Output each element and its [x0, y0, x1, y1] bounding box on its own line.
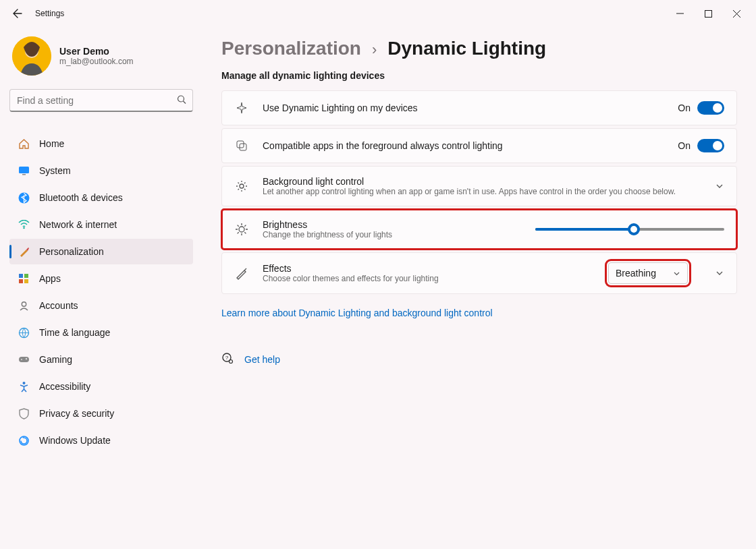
- nav-label: Time & language: [39, 327, 110, 338]
- breadcrumb: Personalization › Dynamic Lighting: [221, 38, 737, 59]
- monitor-icon: [18, 165, 30, 177]
- nav-label: Network & internet: [39, 219, 117, 230]
- svg-point-19: [22, 382, 25, 384]
- nav-label: Personalization: [39, 246, 104, 257]
- nav-accessibility[interactable]: Accessibility: [9, 374, 193, 399]
- card-description: Change the brightness of your lights: [263, 230, 398, 239]
- toggle-state-label: On: [678, 140, 691, 151]
- card-description: Choose color themes and effects for your…: [263, 274, 595, 283]
- globe-clock-icon: [18, 326, 30, 339]
- nav-label: Accessibility: [39, 381, 90, 392]
- toggle-switch[interactable]: [697, 101, 724, 115]
- svg-rect-7: [22, 174, 26, 175]
- shield-icon: [18, 407, 30, 420]
- chevron-down-icon: [673, 270, 680, 277]
- slider-thumb[interactable]: [628, 223, 640, 235]
- chevron-down-icon: [715, 181, 724, 191]
- app-title: Settings: [35, 9, 64, 18]
- svg-rect-6: [19, 167, 29, 173]
- nav-time[interactable]: Time & language: [9, 320, 193, 345]
- svg-text:?: ?: [225, 355, 229, 361]
- user-email: m_lab@outlook.com: [59, 57, 134, 66]
- nav-personalization[interactable]: Personalization: [9, 239, 193, 264]
- card-title: Brightness: [263, 219, 398, 230]
- search-input[interactable]: [9, 89, 193, 112]
- learn-more-link[interactable]: Learn more about Dynamic Lighting and ba…: [221, 308, 493, 318]
- svg-point-14: [22, 301, 26, 306]
- get-help-link[interactable]: Get help: [244, 354, 280, 365]
- card-foreground-apps-toggle[interactable]: Compatible apps in the foreground always…: [221, 128, 737, 163]
- card-background-light-control[interactable]: Background light control Let another app…: [221, 166, 737, 206]
- nav-label: Home: [39, 138, 64, 149]
- nav-label: Gaming: [39, 354, 72, 365]
- titlebar: Settings: [0, 0, 756, 27]
- toggle-state-label: On: [678, 103, 691, 113]
- back-button[interactable]: [5, 1, 30, 26]
- nav-accounts[interactable]: Accounts: [9, 293, 193, 318]
- card-title: Use Dynamic Lighting on my devices: [263, 103, 664, 113]
- svg-rect-11: [24, 274, 28, 278]
- svg-rect-10: [19, 274, 23, 278]
- nav-gaming[interactable]: Gaming: [9, 347, 193, 372]
- svg-rect-13: [24, 279, 28, 283]
- card-title: Background light control: [263, 176, 701, 187]
- svg-point-17: [25, 358, 26, 359]
- nav-label: Bluetooth & devices: [39, 192, 123, 203]
- nav-label: Privacy & security: [39, 408, 114, 419]
- main-content: Personalization › Dynamic Lighting Manag…: [202, 27, 756, 549]
- card-brightness[interactable]: Brightness Change the brightness of your…: [221, 209, 737, 250]
- nav-list: Home System Bluetooth & devices Network …: [9, 131, 193, 453]
- brightness-slider[interactable]: [535, 228, 724, 231]
- user-name: User Demo: [59, 46, 134, 57]
- bluetooth-icon: [18, 192, 30, 204]
- close-button[interactable]: [722, 3, 751, 24]
- layers-icon: [234, 138, 249, 153]
- toggle-switch[interactable]: [697, 139, 724, 152]
- card-description: Let another app control lighting when an…: [263, 187, 701, 196]
- chevron-down-icon[interactable]: [715, 268, 724, 278]
- svg-point-18: [21, 359, 22, 360]
- nav-label: Windows Update: [39, 435, 111, 446]
- svg-rect-21: [237, 141, 244, 148]
- card-effects[interactable]: Effects Choose color themes and effects …: [221, 252, 737, 294]
- nav-home[interactable]: Home: [9, 131, 193, 156]
- card-dynamic-lighting-toggle[interactable]: Use Dynamic Lighting on my devices On: [221, 90, 737, 125]
- nav-network[interactable]: Network & internet: [9, 212, 193, 237]
- svg-rect-1: [705, 10, 711, 17]
- person-icon: [18, 299, 30, 312]
- nav-label: Accounts: [39, 300, 78, 311]
- paintbrush-icon: [18, 245, 30, 258]
- chevron-right-icon: ›: [372, 41, 377, 59]
- svg-rect-22: [240, 144, 246, 150]
- svg-rect-16: [19, 357, 29, 362]
- card-title: Effects: [263, 263, 595, 274]
- gear-icon: [234, 179, 249, 194]
- accessibility-icon: [18, 380, 30, 393]
- dropdown-value: Breathing: [616, 268, 656, 279]
- nav-privacy[interactable]: Privacy & security: [9, 401, 193, 426]
- effects-dropdown[interactable]: Breathing: [608, 262, 688, 284]
- avatar: [12, 36, 51, 76]
- learn-more-row: Learn more about Dynamic Lighting and ba…: [221, 308, 737, 318]
- nav-system[interactable]: System: [9, 158, 193, 183]
- card-title: Compatible apps in the foreground always…: [263, 140, 664, 151]
- help-icon: ?: [221, 352, 234, 366]
- section-subtitle: Manage all dynamic lighting devices: [221, 70, 737, 81]
- brightness-icon: [234, 222, 249, 237]
- nav-label: Apps: [39, 273, 61, 284]
- nav-bluetooth[interactable]: Bluetooth & devices: [9, 185, 193, 210]
- user-block[interactable]: User Demo m_lab@outlook.com: [9, 32, 193, 85]
- minimize-button[interactable]: [666, 3, 694, 24]
- svg-point-24: [239, 227, 244, 232]
- apps-icon: [18, 272, 30, 285]
- svg-point-23: [240, 184, 244, 188]
- pen-icon: [234, 266, 249, 281]
- nav-update[interactable]: Windows Update: [9, 428, 193, 453]
- maximize-button[interactable]: [694, 3, 722, 24]
- window-controls: [666, 3, 751, 24]
- nav-apps[interactable]: Apps: [9, 266, 193, 291]
- gamepad-icon: [18, 353, 30, 366]
- svg-rect-12: [19, 279, 23, 283]
- breadcrumb-parent[interactable]: Personalization: [221, 38, 361, 59]
- page-title: Dynamic Lighting: [387, 38, 546, 59]
